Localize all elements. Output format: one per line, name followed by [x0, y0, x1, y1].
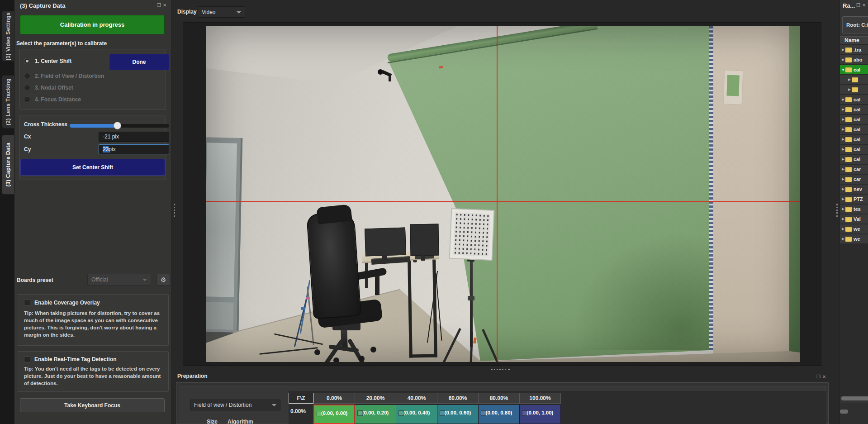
col-header-20.00%[interactable]: 20.00%	[355, 393, 396, 404]
tab-2[interactable]: (2) Lens Tracking	[2, 75, 14, 129]
tree-row-7[interactable]: ▶cal	[840, 115, 868, 124]
expand-icon[interactable]: ▶	[847, 78, 852, 81]
param-option-4[interactable]: 4. Focus Distance	[20, 94, 166, 105]
tree-row-19[interactable]: ▶we	[840, 234, 868, 243]
expand-icon[interactable]: ▶	[847, 88, 852, 91]
right-splitter-handle[interactable]	[836, 204, 838, 217]
tree-row-8[interactable]: ▶cal	[840, 125, 868, 134]
param-option-3[interactable]: 3. Nodal Offset	[20, 82, 166, 94]
tree-row-0[interactable]: ▶.tra	[840, 45, 868, 54]
expand-icon[interactable]: ▶	[841, 128, 845, 131]
tab-3[interactable]: (3) Capture Data	[2, 135, 14, 195]
tab-strip: (1) Video Settings(2) Lens Tracking(3) C…	[0, 0, 14, 424]
slider-handle[interactable]	[114, 122, 121, 129]
col-header-40.00%[interactable]: 40.00%	[396, 393, 437, 404]
cy-input[interactable]: 23 pix	[99, 144, 169, 154]
expand-icon[interactable]: ▶	[841, 138, 845, 141]
parameters-group: 1. Center Shift2. Field of View / Distor…	[19, 49, 166, 110]
expand-icon[interactable]: ▶	[841, 118, 845, 121]
cell-checkbox[interactable]	[398, 410, 404, 416]
tree-row-14[interactable]: ▶nev	[840, 185, 868, 194]
tree-row-17[interactable]: ▶Val	[840, 214, 868, 224]
tree-row-1[interactable]: ▶abo	[840, 55, 868, 64]
sample-cell-4[interactable]: (0.00, 0.80)	[478, 405, 520, 424]
radio-icon[interactable]	[24, 96, 30, 103]
close-panel-icon[interactable]: ✕	[862, 3, 866, 8]
cx-input[interactable]: -21 pix	[99, 132, 169, 142]
radio-icon[interactable]	[24, 58, 30, 64]
float-panel-icon[interactable]: ❐	[856, 3, 860, 8]
expand-icon[interactable]: ▶	[841, 58, 845, 62]
expand-icon[interactable]: ▶	[841, 217, 845, 221]
sample-cell-2[interactable]: (0.00, 0.40)	[396, 405, 437, 424]
name-column-header[interactable]: Name	[840, 36, 868, 44]
col-header-80.00%[interactable]: 80.00%	[478, 393, 520, 404]
float-panel-icon[interactable]: ❐	[816, 375, 821, 379]
set-center-shift-button[interactable]: Set Center Shift	[20, 159, 165, 176]
expand-icon[interactable]: ▶	[841, 227, 845, 231]
expand-icon[interactable]: ▶	[841, 207, 845, 211]
done-button[interactable]: Done	[109, 54, 169, 70]
sample-cell-0[interactable]: (0.00, 0.00)	[313, 405, 355, 424]
tree-row-6[interactable]: ▶cal	[840, 105, 868, 114]
sample-cell-1[interactable]: (0.00, 0.20)	[355, 405, 396, 424]
tree-row-12[interactable]: ▶car	[840, 165, 868, 174]
radio-icon[interactable]	[24, 85, 30, 91]
expand-icon[interactable]: ▶	[841, 157, 845, 161]
cell-checkbox[interactable]	[317, 411, 322, 416]
expand-icon[interactable]: ▶	[841, 187, 845, 191]
expand-icon[interactable]: ▶	[841, 108, 845, 111]
close-panel-icon[interactable]: ✕	[822, 375, 826, 379]
expand-icon[interactable]: ▶	[841, 148, 845, 151]
expand-icon[interactable]: ▶	[841, 197, 845, 201]
cell-checkbox[interactable]	[481, 410, 486, 416]
table-corner-cell[interactable]: F\Z	[289, 393, 313, 404]
coverage-overlay-checkbox[interactable]	[24, 300, 30, 306]
cell-checkbox[interactable]	[522, 410, 527, 416]
expand-icon[interactable]: ▶	[841, 48, 845, 52]
tree-horizontal-scrollbar[interactable]	[841, 396, 868, 400]
video-feed[interactable]	[206, 26, 800, 362]
tree-row-18[interactable]: ▶we	[840, 224, 868, 233]
tree-row-11[interactable]: ▶cal	[840, 155, 868, 164]
col-header-60.00%[interactable]: 60.00%	[437, 393, 479, 404]
col-header-100.00%[interactable]: 100.00%	[519, 393, 561, 404]
tree-row-2[interactable]: ▼cal	[840, 65, 868, 74]
expand-icon[interactable]: ▶	[841, 237, 845, 241]
tree-row-15[interactable]: ▶PTZ	[840, 195, 868, 204]
tag-detection-checkbox[interactable]	[24, 356, 30, 362]
cell-checkbox[interactable]	[357, 410, 363, 416]
col-header-0.00%[interactable]: 0.00%	[313, 393, 355, 404]
collapse-icon[interactable]: ▼	[841, 68, 845, 71]
expand-icon[interactable]: ▶	[841, 167, 845, 171]
expand-icon[interactable]: ▶	[841, 98, 845, 101]
boards-settings-button[interactable]: ⚙	[157, 274, 170, 286]
take-keyboard-focus-button[interactable]: Take Keyboard Focus	[20, 398, 165, 412]
sample-cell-5[interactable]: (0.00, 1.00)	[519, 405, 561, 424]
tab-1[interactable]: (1) Video Settings	[2, 11, 14, 62]
tree-row-9[interactable]: ▶cal	[840, 135, 868, 144]
float-panel-icon[interactable]: ❐	[157, 3, 161, 8]
horizontal-splitter-handle[interactable]	[491, 369, 510, 370]
tree-row-3[interactable]: ▶	[840, 75, 868, 84]
tree-row-10[interactable]: ▶cal	[840, 145, 868, 154]
mode-dropdown[interactable]: Field of view / Distortion	[190, 400, 280, 410]
calibration-status-button[interactable]: Calibration in progress	[20, 15, 165, 34]
param-option-2[interactable]: 2. Field of View / Distortion	[20, 70, 166, 82]
tree-row-4[interactable]: ▶	[840, 85, 868, 94]
left-splitter-handle[interactable]	[174, 204, 175, 217]
tree-row-5[interactable]: ▶cal	[840, 95, 868, 104]
bottom-scrollbar[interactable]	[840, 410, 848, 414]
tree-row-16[interactable]: ▶tes	[840, 205, 868, 214]
tree-row-13[interactable]: ▶car	[840, 175, 868, 184]
cross-thickness-slider[interactable]	[70, 124, 169, 128]
close-panel-icon[interactable]: ✕	[163, 3, 166, 8]
sample-cell-3[interactable]: (0.00, 0.60)	[437, 405, 479, 424]
coverage-group: Enable Coverage Overlay Tip: When taking…	[17, 294, 169, 346]
expand-icon[interactable]: ▶	[841, 177, 845, 181]
cell-checkbox[interactable]	[440, 410, 445, 416]
radio-icon[interactable]	[24, 73, 30, 79]
files-window-icons: ❐ ✕	[856, 3, 866, 8]
boards-preset-dropdown[interactable]: Official	[87, 274, 151, 286]
display-dropdown[interactable]: Video	[198, 6, 245, 18]
